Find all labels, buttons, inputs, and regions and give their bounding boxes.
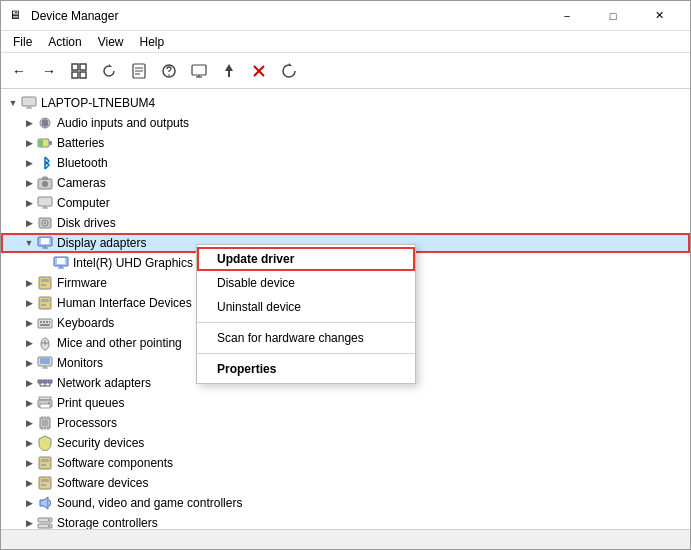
- svg-marker-28: [42, 177, 48, 179]
- svg-point-90: [48, 519, 50, 521]
- list-item[interactable]: ▶ Disk drives: [1, 213, 690, 233]
- minimize-button[interactable]: −: [544, 1, 590, 31]
- context-menu-separator-1: [197, 322, 415, 323]
- processors-label: Processors: [57, 416, 117, 430]
- bluetooth-expand-icon[interactable]: ▶: [21, 155, 37, 171]
- softwaredev-label: Software devices: [57, 476, 148, 490]
- svg-marker-87: [40, 497, 48, 509]
- svg-marker-14: [225, 64, 233, 71]
- cameras-expand-icon[interactable]: ▶: [21, 175, 37, 191]
- svg-rect-62: [38, 380, 42, 383]
- keyboard-icon: [37, 315, 53, 331]
- forward-button[interactable]: →: [35, 57, 63, 85]
- svg-rect-29: [38, 197, 52, 206]
- disk-icon: [37, 215, 53, 231]
- toolbar: ← →: [1, 53, 690, 89]
- list-item[interactable]: ▶ Software devices: [1, 473, 690, 493]
- list-item[interactable]: ▶ Sound, video and game controllers: [1, 493, 690, 513]
- network-expand-icon[interactable]: ▶: [21, 375, 37, 391]
- computer-expand-icon[interactable]: ▶: [21, 195, 37, 211]
- network-icon: [37, 375, 53, 391]
- audio-label: Audio inputs and outputs: [57, 116, 189, 130]
- sound-expand-icon[interactable]: ▶: [21, 495, 37, 511]
- svg-rect-83: [41, 464, 46, 466]
- list-item[interactable]: ▶ Print queues: [1, 393, 690, 413]
- list-item[interactable]: ▶ Bluetooth: [1, 153, 690, 173]
- cameras-icon: [37, 175, 53, 191]
- svg-rect-49: [38, 319, 52, 328]
- close-button[interactable]: ✕: [636, 1, 682, 31]
- svg-rect-1: [80, 64, 86, 70]
- audio-expand-icon[interactable]: ▶: [21, 115, 37, 131]
- softwarecomp-expand-icon[interactable]: ▶: [21, 455, 37, 471]
- keyboards-expand-icon[interactable]: ▶: [21, 315, 37, 331]
- help-button[interactable]: [155, 57, 183, 85]
- back-button[interactable]: ←: [5, 57, 33, 85]
- scan-button[interactable]: [275, 57, 303, 85]
- menu-help[interactable]: Help: [132, 33, 173, 51]
- computer-tree-icon: [37, 195, 53, 211]
- svg-rect-43: [39, 277, 51, 289]
- softwarecomp-label: Software components: [57, 456, 173, 470]
- list-item[interactable]: ▶ Security devices: [1, 433, 690, 453]
- display-expand-icon[interactable]: ▼: [21, 235, 37, 251]
- processor-icon: [37, 415, 53, 431]
- list-item[interactable]: ▶ Cameras: [1, 173, 690, 193]
- computer-label: Computer: [57, 196, 110, 210]
- firmware-icon: [37, 275, 53, 291]
- list-item[interactable]: ▶ Processors: [1, 413, 690, 433]
- print-expand-icon[interactable]: ▶: [21, 395, 37, 411]
- list-item[interactable]: ▶ Computer: [1, 193, 690, 213]
- firmware-expand-icon[interactable]: ▶: [21, 275, 37, 291]
- intel-icon: [53, 255, 69, 271]
- context-menu-uninstall-device[interactable]: Uninstall device: [197, 295, 415, 319]
- refresh-button[interactable]: [95, 57, 123, 85]
- root-expand-icon[interactable]: ▼: [5, 95, 21, 111]
- monitors-expand-icon[interactable]: ▶: [21, 355, 37, 371]
- batteries-expand-icon[interactable]: ▶: [21, 135, 37, 151]
- svg-rect-15: [228, 71, 230, 77]
- svg-rect-85: [41, 479, 49, 482]
- diskdrives-expand-icon[interactable]: ▶: [21, 215, 37, 231]
- svg-rect-24: [49, 141, 52, 145]
- storage-icon: [37, 515, 53, 529]
- computer-icon: [21, 95, 37, 111]
- mice-expand-icon[interactable]: ▶: [21, 335, 37, 351]
- svg-rect-45: [41, 284, 46, 286]
- properties-button[interactable]: [125, 57, 153, 85]
- security-expand-icon[interactable]: ▶: [21, 435, 37, 451]
- menu-view[interactable]: View: [90, 33, 132, 51]
- storage-label: Storage controllers: [57, 516, 158, 529]
- storage-expand-icon[interactable]: ▶: [21, 515, 37, 529]
- context-menu-disable-device[interactable]: Disable device: [197, 271, 415, 295]
- svg-rect-50: [40, 321, 42, 323]
- audio-icon: [37, 115, 53, 131]
- uninstall-button[interactable]: [245, 57, 273, 85]
- svg-marker-4: [109, 64, 112, 67]
- tree-root[interactable]: ▼ LAPTOP-LTNEBUM4: [1, 93, 690, 113]
- monitor-icon: [37, 355, 53, 371]
- list-item[interactable]: ▶ Software components: [1, 453, 690, 473]
- show-hide-button[interactable]: [65, 57, 93, 85]
- svg-rect-86: [41, 484, 46, 486]
- list-item[interactable]: ▶ Storage controllers: [1, 513, 690, 529]
- sound-label: Sound, video and game controllers: [57, 496, 242, 510]
- processors-expand-icon[interactable]: ▶: [21, 415, 37, 431]
- menu-action[interactable]: Action: [40, 33, 89, 51]
- computer-button[interactable]: [185, 57, 213, 85]
- svg-rect-81: [39, 457, 51, 469]
- mouse-icon: [37, 335, 53, 351]
- maximize-button[interactable]: □: [590, 1, 636, 31]
- menu-file[interactable]: File: [5, 33, 40, 51]
- list-item[interactable]: ▶ Audio inputs and outputs: [1, 113, 690, 133]
- context-menu-update-driver[interactable]: Update driver: [197, 247, 415, 271]
- context-menu-scan-hardware[interactable]: Scan for hardware changes: [197, 326, 415, 350]
- hid-expand-icon[interactable]: ▶: [21, 295, 37, 311]
- softwaredev-expand-icon[interactable]: ▶: [21, 475, 37, 491]
- list-item[interactable]: ▶ Batteries: [1, 133, 690, 153]
- update-driver-toolbar-button[interactable]: [215, 57, 243, 85]
- svg-point-72: [48, 402, 50, 404]
- diskdrives-label: Disk drives: [57, 216, 116, 230]
- context-menu-properties[interactable]: Properties: [197, 357, 415, 381]
- firmware-label: Firmware: [57, 276, 107, 290]
